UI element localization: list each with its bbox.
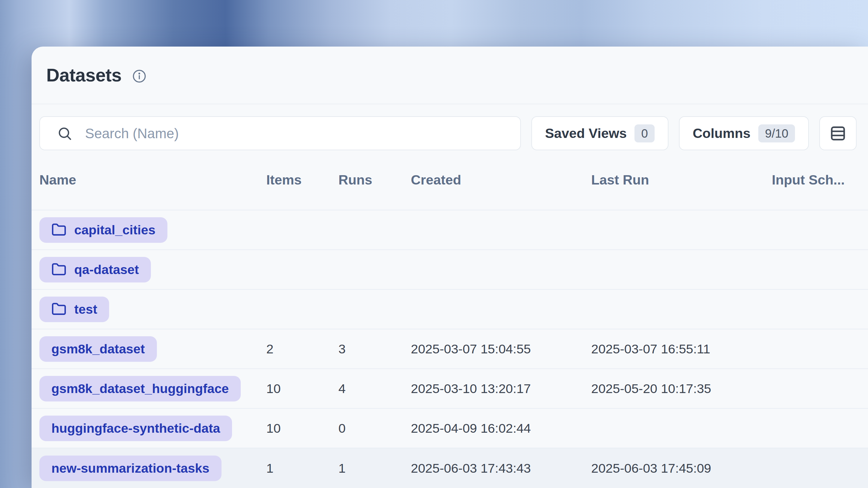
dataset-pill[interactable]: gsm8k_dataset_huggingface [39,376,241,401]
dataset-name: gsm8k_dataset [52,341,145,356]
table-rows-icon [829,124,847,143]
saved-views-label: Saved Views [545,126,627,141]
dataset-pill[interactable]: gsm8k_dataset [39,336,157,362]
table-row[interactable]: test [32,290,868,329]
columns-label: Columns [693,126,751,141]
items-cell: 2 [266,341,338,356]
folder-icon [52,222,66,237]
dataset-name: huggingface-synthetic-data [52,421,220,436]
page-header: Datasets [32,46,868,104]
column-header-items[interactable]: Items [266,172,338,188]
runs-cell: 0 [338,421,411,436]
created-cell: 2025-04-09 16:02:44 [411,421,591,436]
table-row[interactable]: qa-dataset [32,250,868,290]
table-row[interactable]: huggingface-synthetic-data 10 0 2025-04-… [32,409,868,448]
page-title: Datasets [46,65,121,86]
dataset-name: new-summarization-tasks [52,461,210,476]
search-icon [57,126,72,141]
dataset-name: gsm8k_dataset_huggingface [52,381,229,396]
items-cell: 10 [266,421,338,436]
toolbar: Saved Views 0 Columns 9/10 [32,116,868,150]
runs-cell: 1 [338,461,411,476]
column-header-runs[interactable]: Runs [338,172,411,188]
dataset-name: capital_cities [74,223,155,237]
column-header-name[interactable]: Name [39,172,266,188]
runs-cell: 3 [338,341,411,356]
datasets-table: Name Items Runs Created Last Run Input S… [32,150,868,488]
items-cell: 1 [266,461,338,476]
column-header-created[interactable]: Created [411,172,591,188]
info-icon[interactable] [132,69,146,83]
last-run-cell: 2025-06-03 17:45:09 [591,461,772,476]
folder-pill[interactable]: test [39,297,109,322]
table-row[interactable]: new-summarization-tasks 1 1 2025-06-03 1… [32,448,868,488]
items-cell: 10 [266,381,338,396]
last-run-cell: 2025-05-20 10:17:35 [591,381,772,396]
dataset-name: qa-dataset [74,262,139,277]
dataset-pill[interactable]: new-summarization-tasks [39,456,221,481]
column-header-last-run[interactable]: Last Run [591,172,772,188]
table-row[interactable]: gsm8k_dataset 2 3 2025-03-07 15:04:55 20… [32,329,868,369]
datasets-panel: Datasets Saved Views 0 Columns 9/10 [32,46,868,488]
folder-icon [52,262,66,277]
runs-cell: 4 [338,381,411,396]
table-row[interactable]: gsm8k_dataset_huggingface 10 4 2025-03-1… [32,369,868,409]
folder-icon [52,302,66,317]
table-row[interactable]: capital_cities [32,210,868,250]
created-cell: 2025-03-07 15:04:55 [411,341,591,356]
search-input[interactable] [85,125,507,141]
dataset-name: test [74,302,97,317]
search-box[interactable] [39,116,521,150]
columns-count-badge: 9/10 [758,124,795,142]
columns-button[interactable]: Columns 9/10 [679,116,809,150]
folder-pill[interactable]: qa-dataset [39,257,151,283]
folder-pill[interactable]: capital_cities [39,217,167,243]
table-header-row: Name Items Runs Created Last Run Input S… [32,150,868,210]
created-cell: 2025-03-10 13:20:17 [411,381,591,396]
table-view-button[interactable] [819,116,857,150]
saved-views-button[interactable]: Saved Views 0 [531,116,669,150]
dataset-pill[interactable]: huggingface-synthetic-data [39,416,232,441]
saved-views-count-badge: 0 [634,124,654,142]
created-cell: 2025-06-03 17:43:43 [411,461,591,476]
column-header-input-schema[interactable]: Input Sch... [772,172,868,188]
last-run-cell: 2025-03-07 16:55:11 [591,341,772,356]
